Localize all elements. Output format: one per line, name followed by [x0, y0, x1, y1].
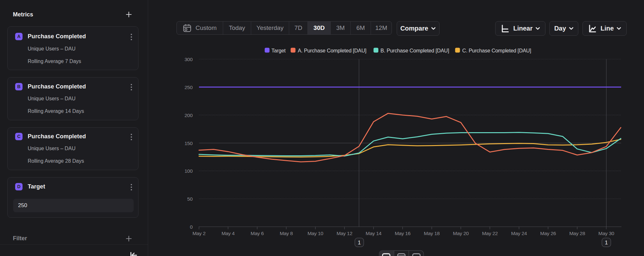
svg-text:1: 1 [605, 240, 608, 246]
svg-text:May 8: May 8 [280, 231, 293, 236]
svg-text:May 2: May 2 [193, 231, 206, 236]
svg-text:50: 50 [187, 196, 193, 202]
svg-text:May 18: May 18 [424, 231, 440, 236]
svg-text:May 10: May 10 [308, 231, 324, 236]
svg-text:May 22: May 22 [482, 231, 498, 236]
svg-text:May 14: May 14 [366, 231, 382, 236]
svg-text:May 20: May 20 [453, 231, 469, 236]
svg-text:May 26: May 26 [540, 231, 556, 236]
svg-text:A. Purchase Completed [DAU]: A. Purchase Completed [DAU] [298, 48, 366, 53]
svg-text:May 12: May 12 [336, 231, 352, 236]
svg-text:May 16: May 16 [395, 231, 411, 236]
svg-text:Target: Target [271, 48, 286, 53]
svg-text:300: 300 [185, 57, 193, 62]
svg-text:May 6: May 6 [251, 231, 264, 236]
svg-text:C. Purchase Completed [DAU]: C. Purchase Completed [DAU] [462, 48, 531, 53]
svg-text:1: 1 [358, 240, 361, 246]
svg-text:250: 250 [185, 85, 193, 90]
svg-text:0: 0 [190, 224, 193, 230]
svg-text:200: 200 [185, 113, 193, 118]
svg-text:May 30: May 30 [598, 231, 614, 236]
svg-text:May 4: May 4 [222, 231, 235, 236]
svg-text:150: 150 [185, 141, 193, 146]
svg-text:B. Purchase Completed [DAU]: B. Purchase Completed [DAU] [381, 48, 449, 53]
svg-text:May 28: May 28 [569, 231, 585, 236]
svg-text:May 24: May 24 [511, 231, 527, 236]
svg-text:100: 100 [185, 168, 193, 174]
